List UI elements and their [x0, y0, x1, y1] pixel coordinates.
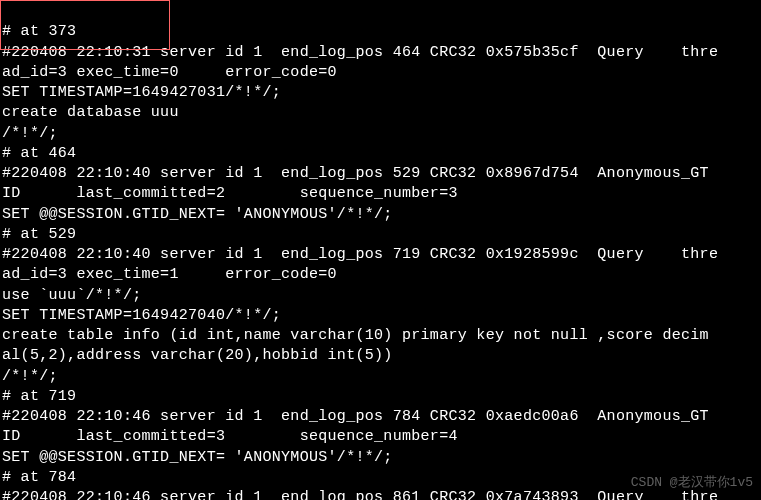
terminal-line: #220408 22:10:40 server id 1 end_log_pos…: [2, 246, 718, 263]
terminal-line: #220408 22:10:46 server id 1 end_log_pos…: [2, 489, 718, 500]
terminal-line: ad_id=3 exec_time=1 error_code=0: [2, 266, 337, 283]
terminal-line: al(5,2),address varchar(20),hobbid int(5…: [2, 347, 393, 364]
terminal-line: /*!*/;: [2, 125, 58, 142]
terminal-output: # at 373 #220408 22:10:31 server id 1 en…: [2, 2, 759, 500]
terminal-line: /*!*/;: [2, 368, 58, 385]
terminal-line: #220408 22:10:31 server id 1 end_log_pos…: [2, 44, 718, 61]
terminal-line: SET @@SESSION.GTID_NEXT= 'ANONYMOUS'/*!*…: [2, 206, 393, 223]
watermark-text: CSDN @老汉带你1v5: [631, 474, 753, 492]
terminal-line: create table info (id int,name varchar(1…: [2, 327, 709, 344]
terminal-line: # at 784: [2, 469, 76, 486]
terminal-line: ad_id=3 exec_time=0 error_code=0: [2, 64, 337, 81]
terminal-line: use `uuu`/*!*/;: [2, 287, 142, 304]
terminal-line: # at 529: [2, 226, 76, 243]
terminal-line: # at 373: [2, 23, 76, 40]
terminal-line: SET TIMESTAMP=1649427031/*!*/;: [2, 84, 281, 101]
terminal-line: # at 464: [2, 145, 76, 162]
terminal-line: ID last_committed=3 sequence_number=4: [2, 428, 458, 445]
terminal-line: # at 719: [2, 388, 76, 405]
terminal-line: create database uuu: [2, 104, 179, 121]
terminal-line: #220408 22:10:40 server id 1 end_log_pos…: [2, 165, 709, 182]
terminal-line: SET @@SESSION.GTID_NEXT= 'ANONYMOUS'/*!*…: [2, 449, 393, 466]
terminal-line: #220408 22:10:46 server id 1 end_log_pos…: [2, 408, 709, 425]
terminal-line: SET TIMESTAMP=1649427040/*!*/;: [2, 307, 281, 324]
terminal-line: ID last_committed=2 sequence_number=3: [2, 185, 458, 202]
